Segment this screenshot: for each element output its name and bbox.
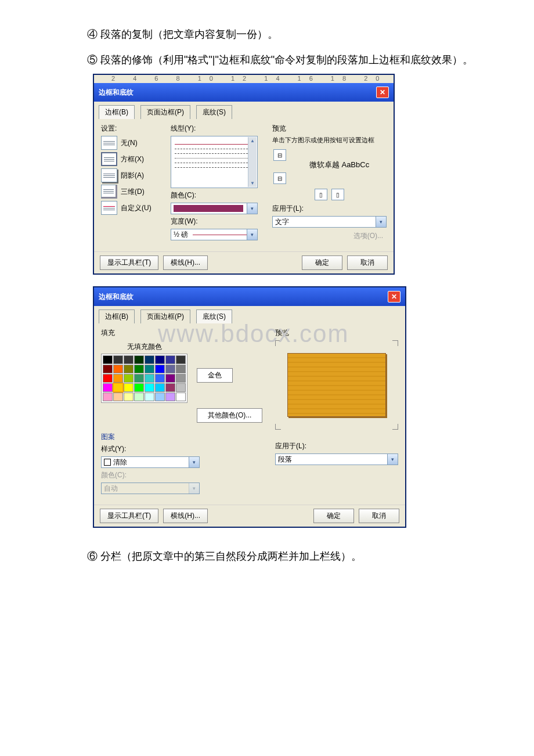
color-palette[interactable] — [101, 354, 187, 403]
color-swatch[interactable] — [134, 374, 144, 383]
cancel-button[interactable]: 取消 — [359, 509, 399, 523]
color-swatch[interactable] — [103, 355, 113, 364]
tab-page-border[interactable]: 页面边框(P) — [140, 105, 190, 119]
chevron-down-icon[interactable]: ▾ — [387, 454, 398, 465]
dialog-borders-shading-1: 2 4 6 8 10 12 14 16 18 20 22 24 26 28 30… — [93, 74, 395, 275]
tab-shading[interactable]: 底纹(S) — [196, 105, 232, 119]
close-icon[interactable]: ✕ — [388, 291, 400, 303]
color-swatch[interactable] — [155, 355, 165, 364]
apply-to-combo[interactable]: 文字 ▾ — [272, 216, 387, 228]
line-type-list[interactable] — [171, 136, 258, 188]
line-type-label: 线型(Y): — [171, 124, 266, 134]
tab-border[interactable]: 边框(B) — [99, 309, 135, 323]
setting-shadow-label: 阴影(A) — [121, 171, 144, 181]
chevron-down-icon[interactable]: ▾ — [376, 217, 386, 227]
border-left-button[interactable]: ▯ — [315, 189, 327, 200]
title-bar[interactable]: 边框和底纹 ✕ — [94, 83, 394, 102]
color-swatch[interactable] — [145, 374, 154, 383]
preview-area — [275, 340, 398, 430]
color-swatch[interactable] — [176, 383, 186, 392]
close-icon[interactable]: ✕ — [376, 87, 389, 98]
pattern-color-combo: 自动 ▾ — [101, 483, 200, 494]
instruction-step-5: ⑤ 段落的修饰（利用"格式"|"边框和底纹"命令对复制的段落加上边框和底纹效果）… — [35, 49, 499, 72]
ruler: 2 4 6 8 10 12 14 16 18 20 22 24 26 28 30… — [94, 75, 394, 83]
pattern-color-label: 颜色(C): — [101, 470, 269, 480]
show-toolbar-button[interactable]: 显示工具栏(T) — [100, 255, 158, 270]
color-swatch[interactable] — [145, 355, 154, 364]
horizontal-line-button[interactable]: 横线(H)... — [163, 509, 208, 523]
show-toolbar-button[interactable]: 显示工具栏(T) — [100, 509, 158, 523]
color-swatch[interactable] — [124, 355, 134, 364]
color-swatch[interactable] — [113, 383, 123, 392]
color-swatch[interactable] — [113, 393, 123, 401]
color-swatch[interactable] — [103, 383, 113, 392]
color-swatch[interactable] — [155, 393, 165, 401]
setting-shadow[interactable]: 阴影(A) — [101, 168, 165, 182]
chevron-down-icon[interactable]: ▾ — [247, 229, 257, 240]
color-swatch[interactable] — [165, 393, 175, 401]
color-swatch[interactable] — [134, 365, 144, 373]
color-swatch[interactable] — [124, 374, 134, 383]
color-swatch[interactable] — [113, 365, 123, 373]
width-label: 宽度(W): — [171, 217, 266, 226]
chevron-down-icon[interactable]: ▾ — [247, 203, 257, 214]
color-swatch[interactable] — [165, 383, 175, 392]
shading-preview-icon — [287, 353, 386, 417]
tab-border[interactable]: 边框(B) — [99, 105, 135, 119]
color-swatch[interactable] — [165, 365, 175, 373]
color-swatch[interactable] — [134, 383, 144, 392]
setting-none[interactable]: 无(N) — [101, 136, 165, 150]
tab-page-border[interactable]: 页面边框(P) — [140, 309, 190, 323]
border-top-button[interactable]: ⊟ — [273, 149, 286, 161]
color-swatch[interactable] — [155, 374, 165, 383]
title-bar[interactable]: 边框和底纹 ✕ — [94, 287, 405, 306]
color-swatch[interactable] — [124, 365, 134, 373]
color-swatch[interactable] — [145, 393, 154, 401]
color-swatch[interactable] — [145, 365, 154, 373]
no-fill-option[interactable]: 无填充颜色 — [101, 340, 187, 354]
pattern-style-combo[interactable]: 清除 ▾ — [101, 456, 200, 468]
color-combo[interactable]: ▾ — [171, 203, 258, 214]
color-swatch[interactable] — [124, 393, 134, 401]
setting-3d[interactable]: 三维(D) — [101, 185, 165, 199]
apply-to-value: 段落 — [278, 455, 292, 465]
color-swatch[interactable] — [145, 383, 154, 392]
border-right-button[interactable]: ▯ — [331, 189, 344, 200]
color-swatch[interactable] — [103, 374, 113, 383]
setting-box[interactable]: 方框(X) — [101, 152, 165, 166]
color-swatch[interactable] — [103, 393, 113, 401]
border-bottom-button[interactable]: ⊟ — [273, 172, 286, 184]
color-swatch[interactable] — [155, 365, 165, 373]
instruction-step-4: ④ 段落的复制（把文章内容复制一份）。 — [35, 23, 499, 46]
more-colors-button[interactable]: 其他颜色(O)... — [197, 408, 262, 423]
scrollbar-icon[interactable] — [248, 137, 257, 187]
setting-none-label: 无(N) — [121, 138, 138, 148]
color-swatch[interactable] — [165, 355, 175, 364]
color-swatch[interactable] — [176, 393, 186, 401]
apply-to-combo[interactable]: 段落 ▾ — [275, 453, 398, 465]
color-swatch[interactable] — [113, 374, 123, 383]
preview-sample-text: 微软卓越 AaBbCc — [292, 160, 387, 170]
tab-shading[interactable]: 底纹(S) — [196, 309, 232, 323]
color-swatch[interactable] — [124, 383, 134, 392]
width-combo[interactable]: ½ 磅 ▾ — [171, 229, 258, 240]
dialog-title: 边框和底纹 — [99, 88, 134, 98]
color-swatch[interactable] — [134, 355, 144, 364]
color-swatch[interactable] — [176, 365, 186, 373]
setting-custom[interactable]: 自定义(U) — [101, 201, 165, 215]
ok-button[interactable]: 确定 — [302, 255, 342, 270]
chevron-down-icon[interactable]: ▾ — [189, 457, 199, 467]
color-swatch[interactable] — [176, 355, 186, 364]
color-swatch[interactable] — [155, 383, 165, 392]
color-swatch[interactable] — [134, 393, 144, 401]
cancel-button[interactable]: 取消 — [347, 255, 388, 270]
horizontal-line-button[interactable]: 横线(H)... — [163, 255, 208, 270]
color-swatch[interactable] — [103, 365, 113, 373]
preview-hint: 单击下方图示或使用按钮可设置边框 — [272, 136, 387, 145]
color-swatch[interactable] — [165, 374, 175, 383]
instruction-step-6: ⑥ 分栏（把原文章中的第三自然段分成两栏并加上栏线）。 — [35, 545, 499, 568]
ok-button[interactable]: 确定 — [313, 509, 354, 523]
dialog-title: 边框和底纹 — [99, 292, 134, 302]
color-swatch[interactable] — [113, 355, 123, 364]
color-swatch[interactable] — [176, 374, 186, 383]
